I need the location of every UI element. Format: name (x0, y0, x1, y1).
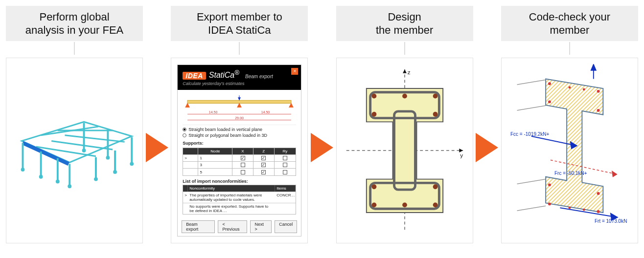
svg-point-49 (402, 202, 407, 207)
svg-point-51 (548, 82, 551, 85)
checkbox-icon[interactable] (261, 156, 266, 160)
svg-point-56 (597, 192, 600, 195)
svg-point-54 (597, 109, 600, 112)
svg-point-61 (568, 207, 571, 209)
radio-icon (183, 133, 186, 137)
cancel-button[interactable]: Cancel (275, 220, 297, 233)
step-4-title: Code-check yourmember (529, 10, 610, 37)
axis-y: y (460, 152, 463, 158)
brand-name: StatiCa (209, 71, 234, 80)
table-row: 3 (183, 161, 296, 168)
nonconf-title: List of import nonconformities: (183, 179, 296, 184)
connector (74, 42, 75, 55)
checkbox-icon[interactable] (283, 170, 287, 174)
svg-marker-27 (237, 103, 241, 107)
svg-marker-74 (612, 171, 618, 177)
brand-idea: IDEA (183, 72, 206, 80)
table-row: 5 (183, 169, 296, 175)
svg-point-17 (39, 175, 43, 179)
svg-point-43 (433, 94, 437, 99)
step-4-panel: Fcc = -1019.2kN+ Frc = -50.1kN+ Frt = 10… (501, 58, 638, 243)
svg-point-62 (583, 209, 585, 211)
svg-line-65 (517, 179, 546, 184)
next-button[interactable]: Next > (250, 220, 272, 233)
step-3: Designthe member z y (336, 6, 473, 243)
step-1-header: Perform globalanalysis in your FEA (6, 6, 143, 41)
step-2-title: Export member toIDEA StatiCa (197, 10, 282, 37)
nonconf-list: NonconformityItems >The properties of im… (183, 185, 296, 215)
arrow-icon (146, 133, 168, 162)
close-icon[interactable]: × (291, 68, 298, 75)
connector (569, 42, 570, 55)
span-b: 14.50 (261, 110, 270, 113)
dialog-header: IDEA StatiCa® Beam export Calculate yest… (178, 65, 301, 89)
svg-point-57 (548, 202, 551, 205)
svg-point-48 (371, 202, 376, 207)
svg-point-19 (68, 184, 71, 188)
arrow-icon (476, 133, 498, 162)
brand-tagline: Calculate yesterday's estimates (183, 81, 296, 86)
svg-point-59 (568, 86, 571, 89)
svg-marker-30 (238, 97, 241, 100)
svg-line-5 (65, 135, 124, 142)
beam-export-button[interactable]: Beam export (182, 220, 215, 233)
svg-line-6 (23, 143, 69, 164)
checkbox-icon[interactable] (283, 156, 287, 160)
svg-point-47 (433, 184, 437, 189)
svg-point-53 (548, 100, 551, 103)
fea-structure-icon (12, 102, 137, 199)
svg-line-66 (517, 206, 546, 211)
svg-point-18 (56, 180, 60, 184)
previous-button[interactable]: < Previous (218, 220, 247, 233)
code-check-icon: Fcc = -1019.2kN+ Frc = -50.1kN+ Frt = 10… (507, 64, 632, 237)
force-label-frc: Frc = -50.1kN+ (554, 171, 587, 176)
svg-line-64 (517, 106, 546, 110)
radio-vertical[interactable]: Straight beam loaded in vertical plane (183, 127, 296, 132)
svg-point-42 (402, 94, 407, 99)
svg-point-46 (371, 184, 376, 189)
checkbox-icon[interactable] (241, 163, 245, 167)
svg-marker-26 (185, 103, 189, 107)
step-1: Perform globalanalysis in your FEA (6, 6, 143, 243)
force-label-fcc: Fcc = -1019.2kN+ (510, 131, 549, 137)
step-1-panel (6, 58, 143, 243)
svg-point-20 (82, 149, 86, 152)
arrow-2 (311, 6, 333, 162)
svg-marker-28 (289, 103, 293, 107)
svg-point-50 (433, 202, 437, 207)
step-2: Export member toIDEA StatiCa IDEA StatiC… (171, 6, 308, 243)
checkbox-icon[interactable] (261, 170, 266, 174)
checkbox-icon[interactable] (261, 163, 266, 167)
radio-3d[interactable]: Straight or polygonal beam loaded in 3D (183, 133, 296, 138)
arrow-3 (476, 6, 498, 162)
brand-module: Beam export (245, 74, 273, 79)
supports-title: Supports: (183, 141, 296, 146)
step-2-panel: IDEA StatiCa® Beam export Calculate yest… (171, 58, 308, 243)
svg-line-4 (51, 141, 113, 150)
step-4-header: Code-check yourmember (501, 6, 638, 41)
svg-marker-37 (403, 69, 407, 73)
checkbox-icon[interactable] (241, 170, 245, 174)
connector (404, 42, 405, 55)
checkbox-icon[interactable] (283, 163, 287, 167)
table-row: >1 (183, 154, 296, 161)
svg-point-23 (94, 177, 98, 181)
svg-point-22 (130, 162, 134, 166)
brand-reg: ® (234, 69, 239, 76)
svg-point-55 (548, 183, 551, 186)
svg-line-63 (517, 80, 546, 85)
arrow-icon (311, 133, 333, 162)
svg-point-44 (371, 112, 376, 117)
svg-point-58 (597, 210, 600, 213)
svg-point-24 (113, 170, 117, 174)
supports-table: Node X Z Ry >1 3 5 (183, 148, 296, 176)
svg-point-21 (106, 156, 110, 160)
force-label-frt: Frt = 1073.0kN (595, 218, 627, 224)
axis-z: z (407, 69, 410, 75)
svg-point-45 (433, 112, 437, 117)
checkbox-icon[interactable] (241, 156, 245, 160)
radio-icon (183, 128, 186, 131)
span-total: 29.00 (235, 116, 244, 119)
svg-point-52 (597, 90, 600, 93)
step-3-header: Designthe member (336, 6, 473, 41)
